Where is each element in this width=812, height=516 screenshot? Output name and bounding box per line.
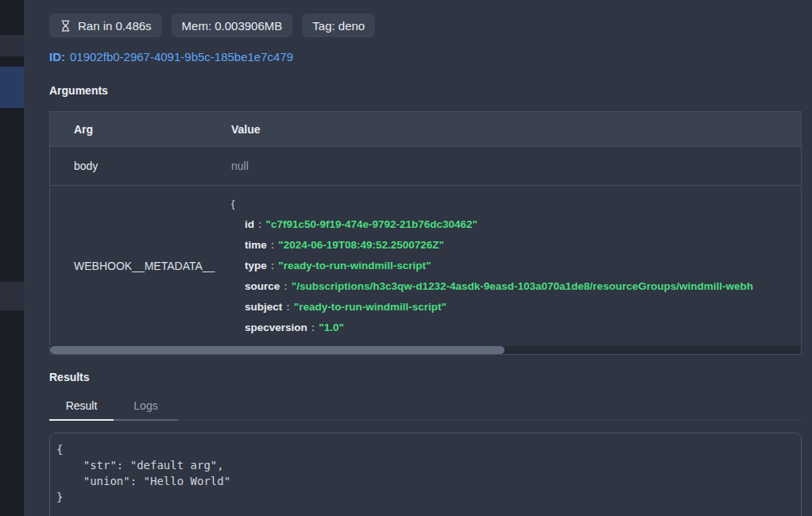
tag-label: Tag: deno xyxy=(312,19,365,33)
arg-row-metadata: WEBHOOK__METADATA__ { id:"c7f91c50-9f19-… xyxy=(50,185,801,346)
metadata-entry-id: id:"c7f91c50-9f19-474e-9792-21b76dc30462… xyxy=(245,214,801,235)
metadata-entry-specversion: specversion:"1.0" xyxy=(245,318,801,338)
arg-name: body xyxy=(50,160,207,172)
job-id-label: ID: xyxy=(49,50,65,64)
json-key[interactable]: specversion xyxy=(245,322,307,333)
tab-logs[interactable]: Logs xyxy=(114,397,178,421)
json-value: "ready-to-run-windmill-script" xyxy=(294,301,447,313)
json-value: "1.0" xyxy=(319,322,344,333)
arg-row-body: body null xyxy=(50,146,801,185)
code-line: "union": "Hello World" xyxy=(56,473,795,489)
json-colon: : xyxy=(258,218,262,230)
json-colon: : xyxy=(284,280,288,292)
tab-result[interactable]: Result xyxy=(49,397,114,421)
sidebar-item[interactable] xyxy=(0,282,24,310)
results-tabs: Result Logs xyxy=(49,397,802,421)
json-open-brace[interactable]: { xyxy=(231,194,801,214)
json-key[interactable]: type xyxy=(245,260,267,271)
json-key[interactable]: subject xyxy=(245,301,282,313)
metadata-entry-source: source:"/subscriptions/h3c3qw-d1232-4asd… xyxy=(245,276,801,297)
runtime-label: Ran in 0.486s xyxy=(78,19,152,33)
tag-badge: Tag: deno xyxy=(302,13,375,37)
col-header-value: Value xyxy=(207,123,801,136)
horizontal-scrollbar-thumb[interactable] xyxy=(50,346,505,354)
sidebar-item-active[interactable] xyxy=(0,67,24,108)
job-id-value[interactable]: 01902fb0-2967-4091-9b5c-185be1e7c479 xyxy=(70,50,293,64)
json-value: "/subscriptions/h3c3qw-d1232-4asdk-9easd… xyxy=(292,280,753,292)
arg-name: WEBHOOK__METADATA__ xyxy=(50,186,207,346)
memory-badge: Mem: 0.003906MB xyxy=(172,13,293,37)
metadata-entry-type: type:"ready-to-run-windmill-script" xyxy=(245,256,801,276)
metadata-entry-subject: subject:"ready-to-run-windmill-script" xyxy=(245,297,801,318)
job-run-panel: Ran in 0.486s Mem: 0.003906MB Tag: deno … xyxy=(24,0,812,516)
result-json-block: { "str": "default arg", "union": "Hello … xyxy=(49,433,802,516)
horizontal-scrollbar-track[interactable] xyxy=(50,346,801,354)
results-heading: Results xyxy=(49,371,802,383)
job-id-line: ID:01902fb0-2967-4091-9b5c-185be1e7c479 xyxy=(49,49,802,65)
json-colon: : xyxy=(271,260,275,271)
memory-label: Mem: 0.003906MB xyxy=(182,19,283,33)
run-stats-row: Ran in 0.486s Mem: 0.003906MB Tag: deno xyxy=(49,13,802,37)
json-key[interactable]: time xyxy=(245,239,267,251)
code-line: "str": "default arg", xyxy=(56,457,795,473)
json-entries: id:"c7f91c50-9f19-474e-9792-21b76dc30462… xyxy=(231,214,801,338)
arguments-table-header: Arg Value xyxy=(50,112,801,146)
json-key[interactable]: source xyxy=(245,280,280,292)
json-value: "2024-06-19T08:49:52.2500726Z" xyxy=(278,239,444,251)
json-colon: : xyxy=(271,239,275,251)
sidebar xyxy=(0,0,24,516)
arg-value-object: { id:"c7f91c50-9f19-474e-9792-21b76dc304… xyxy=(207,186,801,346)
runtime-badge: Ran in 0.486s xyxy=(49,13,162,37)
arg-name-label: WEBHOOK__METADATA__ xyxy=(74,260,215,272)
arguments-table: Arg Value body null WEBHOOK__METADATA__ … xyxy=(49,111,802,355)
json-colon: : xyxy=(311,322,315,333)
arguments-heading: Arguments xyxy=(49,84,802,97)
code-line: } xyxy=(56,489,795,505)
json-value: "c7f91c50-9f19-474e-9792-21b76dc30462" xyxy=(266,218,478,230)
json-key[interactable]: id xyxy=(245,218,254,230)
sidebar-item[interactable] xyxy=(0,35,24,56)
hourglass-icon xyxy=(60,20,72,32)
col-header-arg: Arg xyxy=(50,123,207,136)
metadata-entry-time: time:"2024-06-19T08:49:52.2500726Z" xyxy=(245,235,801,256)
json-colon: : xyxy=(286,301,290,313)
code-line: { xyxy=(56,441,795,457)
json-value: "ready-to-run-windmill-script" xyxy=(278,260,431,271)
arg-value-null: null xyxy=(207,160,801,172)
